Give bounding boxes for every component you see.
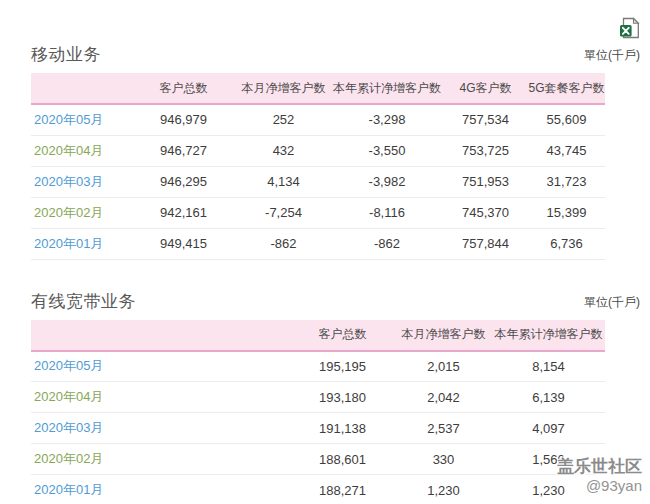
value-cell: -7,254 xyxy=(236,197,331,228)
month-link[interactable]: 2020年01月 xyxy=(34,482,103,497)
date-cell: 2020年04月 xyxy=(31,135,131,166)
value-cell: 1,560 xyxy=(492,444,605,475)
value-cell: 252 xyxy=(236,104,331,135)
value-cell: 6,139 xyxy=(492,382,605,413)
section-title: 移动业务 xyxy=(31,43,101,66)
date-cell: 2020年03月 xyxy=(31,413,290,444)
date-column-header xyxy=(31,73,131,104)
value-cell: 753,725 xyxy=(443,135,528,166)
column-header: 客户总数 xyxy=(290,320,395,351)
table-row: 2020年05月946,979252-3,298757,53455,609 xyxy=(31,104,605,135)
month-link[interactable]: 2020年02月 xyxy=(34,205,103,220)
month-link[interactable]: 2020年03月 xyxy=(34,174,103,189)
value-cell: 757,534 xyxy=(443,104,528,135)
value-cell: 1,230 xyxy=(492,475,605,504)
value-cell: 55,609 xyxy=(528,104,605,135)
date-cell: 2020年01月 xyxy=(31,228,131,259)
value-cell: -862 xyxy=(331,228,443,259)
column-header: 4G客户数 xyxy=(443,73,528,104)
page: 移动业务 單位(千戶) 客户总数本月净增客户数本年累计净增客户数4G客户数5G套… xyxy=(0,0,650,504)
date-cell: 2020年04月 xyxy=(31,382,290,413)
data-table: 客户总数本月净增客户数本年累计净增客户数 2020年05月195,1952,01… xyxy=(31,320,605,504)
value-cell: 745,370 xyxy=(443,197,528,228)
sections-container: 移动业务 單位(千戶) 客户总数本月净增客户数本年累计净增客户数4G客户数5G套… xyxy=(31,43,640,504)
table-row: 2020年02月942,161-7,254-8,116745,37015,399 xyxy=(31,197,605,228)
month-link[interactable]: 2020年03月 xyxy=(34,420,103,435)
business-section: 有线宽带业务 單位(千戶) 客户总数本月净增客户数本年累计净增客户数 2020年… xyxy=(31,290,640,504)
date-cell: 2020年02月 xyxy=(31,197,131,228)
month-link[interactable]: 2020年04月 xyxy=(34,389,103,404)
unit-label: 單位(千戶) xyxy=(584,294,640,313)
value-cell: 946,295 xyxy=(131,166,236,197)
month-link[interactable]: 2020年05月 xyxy=(34,358,103,373)
excel-file-icon xyxy=(618,17,640,39)
column-header: 本月净增客户数 xyxy=(395,320,492,351)
table-row: 2020年04月193,1802,0426,139 xyxy=(31,382,605,413)
value-cell: 1,230 xyxy=(395,475,492,504)
column-header: 客户总数 xyxy=(131,73,236,104)
value-cell: 43,745 xyxy=(528,135,605,166)
value-cell: 188,271 xyxy=(290,475,395,504)
value-cell: 191,138 xyxy=(290,413,395,444)
table-row: 2020年03月191,1382,5374,097 xyxy=(31,413,605,444)
value-cell: 330 xyxy=(395,444,492,475)
value-cell: 946,979 xyxy=(131,104,236,135)
value-cell: 2,015 xyxy=(395,351,492,382)
data-table: 客户总数本月净增客户数本年累计净增客户数4G客户数5G套餐客户数 2020年05… xyxy=(31,73,605,260)
value-cell: 4,097 xyxy=(492,413,605,444)
table-row: 2020年05月195,1952,0158,154 xyxy=(31,351,605,382)
column-header: 本年累计净增客户数 xyxy=(331,73,443,104)
value-cell: 8,154 xyxy=(492,351,605,382)
business-section: 移动业务 單位(千戶) 客户总数本月净增客户数本年累计净增客户数4G客户数5G套… xyxy=(31,43,640,260)
date-column-header xyxy=(31,320,290,351)
section-title: 有线宽带业务 xyxy=(31,290,136,313)
value-cell: 15,399 xyxy=(528,197,605,228)
column-header: 本月净增客户数 xyxy=(236,73,331,104)
month-link[interactable]: 2020年05月 xyxy=(34,112,103,127)
unit-label: 單位(千戶) xyxy=(584,47,640,66)
column-header: 5G套餐客户数 xyxy=(528,73,605,104)
value-cell: 949,415 xyxy=(131,228,236,259)
header-row: 客户总数本月净增客户数本年累计净增客户数 xyxy=(31,320,605,351)
value-cell: 193,180 xyxy=(290,382,395,413)
column-header: 本年累计净增客户数 xyxy=(492,320,605,351)
month-link[interactable]: 2020年02月 xyxy=(34,451,103,466)
date-cell: 2020年03月 xyxy=(31,166,131,197)
value-cell: 2,042 xyxy=(395,382,492,413)
table-row: 2020年04月946,727432-3,550753,72543,745 xyxy=(31,135,605,166)
value-cell: -3,550 xyxy=(331,135,443,166)
value-cell: -3,298 xyxy=(331,104,443,135)
date-cell: 2020年01月 xyxy=(31,475,290,504)
value-cell: 188,601 xyxy=(290,444,395,475)
value-cell: 2,537 xyxy=(395,413,492,444)
value-cell: -3,982 xyxy=(331,166,443,197)
value-cell: 31,723 xyxy=(528,166,605,197)
value-cell: 4,134 xyxy=(236,166,331,197)
value-cell: 195,195 xyxy=(290,351,395,382)
table-row: 2020年02月188,6013301,560 xyxy=(31,444,605,475)
value-cell: 751,953 xyxy=(443,166,528,197)
date-cell: 2020年05月 xyxy=(31,351,290,382)
table-row: 2020年03月946,2954,134-3,982751,95331,723 xyxy=(31,166,605,197)
month-link[interactable]: 2020年04月 xyxy=(34,143,103,158)
month-link[interactable]: 2020年01月 xyxy=(34,236,103,251)
value-cell: -8,116 xyxy=(331,197,443,228)
value-cell: -862 xyxy=(236,228,331,259)
date-cell: 2020年05月 xyxy=(31,104,131,135)
value-cell: 757,844 xyxy=(443,228,528,259)
export-bar xyxy=(31,17,640,40)
table-row: 2020年01月188,2711,2301,230 xyxy=(31,475,605,504)
value-cell: 432 xyxy=(236,135,331,166)
value-cell: 6,736 xyxy=(528,228,605,259)
value-cell: 942,161 xyxy=(131,197,236,228)
header-row: 客户总数本月净增客户数本年累计净增客户数4G客户数5G套餐客户数 xyxy=(31,73,605,104)
table-row: 2020年01月949,415-862-862757,8446,736 xyxy=(31,228,605,259)
date-cell: 2020年02月 xyxy=(31,444,290,475)
export-excel-button[interactable] xyxy=(618,17,640,39)
value-cell: 946,727 xyxy=(131,135,236,166)
